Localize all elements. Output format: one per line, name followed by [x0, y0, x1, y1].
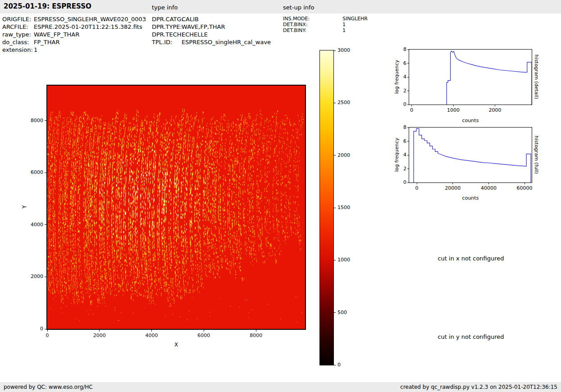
- x-tick-mark: [411, 105, 412, 106]
- meta-row: DPR.CATG:CALIB: [152, 15, 271, 23]
- meta-label: DET.BINY:: [283, 27, 342, 33]
- meta-label: ORIGFILE:: [2, 15, 34, 23]
- meta-label: extension:: [2, 46, 34, 54]
- y-tick-label: 4: [400, 74, 406, 80]
- meta-row: extension:1: [2, 46, 146, 54]
- meta-label: TPL.ID:: [152, 38, 182, 46]
- setup-info-metadata: INS.MODE:SINGLEHR DET.BINX:1 DET.BINY:1: [283, 16, 368, 33]
- meta-label: ARCFILE:: [2, 23, 34, 31]
- meta-row: DPR.TECH:ECHELLE: [152, 31, 271, 38]
- y-tick-mark: [407, 128, 409, 128]
- footer-created-by: created by qc_rawdisp.py v1.2.3 on 2025-…: [400, 384, 557, 390]
- colorbar-tick-label: 1000: [338, 257, 350, 263]
- x-tick-mark: [204, 330, 204, 332]
- x-tick-label: 2000: [88, 333, 111, 338]
- y-tick-mark: [407, 141, 409, 141]
- x-tick-label: 6000: [192, 333, 215, 338]
- cut-y-note: cut in y not configured: [421, 333, 520, 340]
- histogram-full-title: histogram (full): [534, 126, 539, 184]
- meta-row: ARCFILE:ESPRE.2025-01-20T11:22:15.382.fi…: [2, 23, 146, 31]
- y-tick-mark: [45, 173, 46, 173]
- histogram-detail-xlabel: counts: [448, 118, 493, 123]
- meta-value: ESPRESSO_singleHR_cal_wave: [182, 39, 271, 46]
- colorbar-tick-label: 3000: [338, 47, 350, 53]
- meta-value: 1: [34, 46, 37, 53]
- x-tick-mark: [452, 183, 453, 184]
- x-tick-label: 4000: [141, 333, 163, 338]
- y-tick-mark: [407, 169, 409, 169]
- colorbar-tick-mark: [334, 365, 336, 365]
- meta-label: DPR.CATG:: [152, 15, 182, 23]
- y-tick-mark: [407, 155, 409, 155]
- x-tick-label: 20000: [439, 185, 466, 191]
- y-tick-mark: [407, 105, 409, 105]
- meta-row: DPR.TYPE:WAVE,FP,THAR: [152, 23, 271, 31]
- y-tick-mark: [407, 77, 409, 77]
- meta-value: 1: [342, 27, 346, 33]
- y-tick-label: 6000: [22, 169, 43, 175]
- y-tick-mark: [407, 63, 409, 64]
- x-tick-mark: [417, 183, 417, 184]
- x-tick-mark: [495, 105, 495, 106]
- x-tick-label: 8000: [245, 333, 267, 338]
- y-tick-mark: [407, 50, 409, 50]
- y-tick-label: 6: [400, 138, 406, 144]
- x-tick-mark: [256, 330, 256, 332]
- colorbar-gradient-canvas: [320, 50, 333, 365]
- meta-label: DPR.TYPE:: [152, 23, 182, 31]
- colorbar: [319, 50, 334, 365]
- y-tick-label: 2: [400, 88, 406, 94]
- footer-bar: powered by QC: www.eso.org/HC created by…: [0, 382, 561, 392]
- colorbar-tick-label: 500: [338, 310, 347, 315]
- x-tick-label: 0: [36, 333, 59, 338]
- y-tick-label: 0: [400, 179, 406, 185]
- x-tick-label: 0: [403, 185, 430, 191]
- cut-x-note: cut in x not configured: [421, 255, 520, 262]
- x-axis-label: X: [154, 342, 199, 348]
- colorbar-tick-mark: [334, 208, 336, 208]
- colorbar-tick-mark: [334, 312, 336, 313]
- colorbar-tick-label: 2500: [338, 100, 350, 105]
- y-tick-label: 2: [400, 166, 406, 172]
- y-tick-label: 4000: [22, 222, 43, 228]
- qc-report-page: 2025-01-19: ESPRESSO type info set-up in…: [0, 0, 561, 392]
- meta-row: raw_type:WAVE_FP_THAR: [2, 31, 146, 38]
- y-tick-label: 8: [400, 46, 406, 52]
- x-tick-mark: [453, 105, 454, 106]
- meta-row: INS.MODE:SINGLEHR: [283, 16, 368, 22]
- type-info-heading: type info: [152, 4, 178, 11]
- meta-row: do_class:FP_THAR: [2, 38, 146, 46]
- y-tick-label: 2000: [22, 273, 43, 279]
- meta-value: WAVE_FP_THAR: [34, 31, 79, 38]
- histogram-full-axes: [409, 127, 532, 183]
- histogram-detail-title: histogram (detail): [534, 48, 539, 106]
- meta-row: DET.BINX:1: [283, 22, 368, 27]
- meta-row: DET.BINY:1: [283, 27, 368, 33]
- raw-image-canvas: [47, 86, 305, 329]
- meta-value: WAVE,FP,THAR: [182, 23, 225, 30]
- meta-label: do_class:: [2, 38, 34, 46]
- histogram-detail-plot: [409, 50, 532, 105]
- x-tick-mark: [525, 183, 525, 184]
- footer-qc-link[interactable]: powered by QC: www.eso.org/HC: [4, 384, 93, 390]
- x-tick-label: 40000: [475, 185, 502, 191]
- colorbar-tick-mark: [334, 260, 336, 260]
- y-tick-mark: [45, 329, 46, 329]
- y-tick-mark: [407, 182, 409, 183]
- y-tick-mark: [45, 277, 46, 277]
- x-tick-label: 60000: [511, 185, 538, 191]
- colorbar-tick-mark: [334, 155, 336, 155]
- colorbar-tick-label: 0: [338, 362, 341, 368]
- meta-value: ECHELLE: [182, 31, 208, 38]
- y-tick-label: 8000: [22, 118, 43, 123]
- meta-row: TPL.ID:ESPRESSO_singleHR_cal_wave: [152, 38, 271, 46]
- histogram-detail-ylabel: log frequency: [394, 57, 400, 97]
- x-tick-label: 1000: [440, 107, 467, 113]
- meta-value: SINGLEHR: [342, 16, 368, 22]
- x-tick-mark: [151, 330, 152, 332]
- colorbar-tick-mark: [334, 50, 336, 51]
- y-tick-mark: [45, 120, 46, 121]
- histogram-full-plot: [409, 128, 532, 182]
- page-title: 2025-01-19: ESPRESSO: [4, 2, 91, 10]
- meta-label: DET.BINX:: [283, 22, 342, 27]
